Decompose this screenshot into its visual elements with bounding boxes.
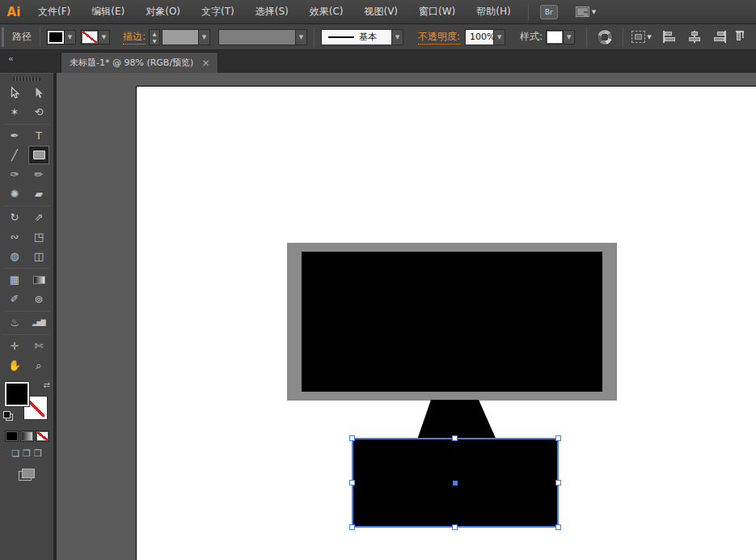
draw-inside-icon[interactable]: ❒ [34,448,42,459]
tool-group-divider [3,124,50,125]
rectangle-tool[interactable] [28,146,49,164]
stroke-width-stepper[interactable]: ▲ ▼ [149,29,160,45]
menu-select[interactable]: 选择(S) [245,0,299,23]
selection-handle-n[interactable] [452,435,458,441]
pencil-tool[interactable]: ✏ [28,165,49,184]
monitor-screen-shape[interactable] [302,252,602,392]
column-graph-tool[interactable]: ▂▅▇ [28,313,49,332]
hand-tool[interactable]: ✋ [4,356,25,375]
menu-file[interactable]: 文件(F) [27,0,81,23]
stroke-width-combo[interactable]: ▼ [162,29,210,45]
fill-indicator-black[interactable] [5,382,29,406]
chevron-down-icon[interactable]: ▼ [99,30,110,45]
selection-handle-se[interactable] [555,524,561,530]
menu-window[interactable]: 窗口(W) [408,0,466,23]
menu-object[interactable]: 对象(O) [135,0,191,23]
line-segment-tool[interactable]: ╱ [4,146,25,164]
rotate-tool[interactable]: ↻ [4,208,25,227]
blob-brush-icon: ✺ [11,188,19,200]
selection-handle-w[interactable] [349,480,355,486]
menu-type[interactable]: 文字(T) [191,0,245,23]
tool-panel-grip[interactable] [13,77,40,81]
content-area: « ✶ ⟲ ✒ T [0,50,756,560]
style-picker[interactable]: ▼ [546,30,575,45]
slice-tool[interactable]: ✄ [28,337,49,355]
stroke-panel-link[interactable]: 描边: [123,30,146,45]
paintbrush-tool[interactable]: ✑ [4,165,25,184]
selection-handle-e[interactable] [555,480,561,486]
opacity-panel-link[interactable]: 不透明度: [418,30,460,45]
mesh-tool[interactable]: ▦ [4,270,25,289]
menu-effect[interactable]: 效果(C) [299,0,354,23]
align-center-button[interactable] [687,31,702,43]
selection-tool[interactable] [4,83,25,102]
blend-tool[interactable]: ⊚ [28,290,49,308]
symbol-sprayer-tool[interactable]: ♨ [4,313,25,332]
chevron-down-icon[interactable]: ▼ [494,29,505,45]
width-profile-dropdown[interactable]: ▼ [218,29,307,45]
fill-swatch-icon [47,30,65,45]
selection-center-point[interactable] [453,481,458,486]
perspective-grid-tool[interactable]: ◫ [28,247,49,265]
chevron-down-icon[interactable]: ▼ [296,29,307,45]
none-button[interactable] [36,431,49,442]
transform-options-button[interactable]: ▼ [631,31,651,43]
stepper-up-icon[interactable]: ▲ [153,30,157,37]
screen-mode-button[interactable] [19,469,35,481]
gradient-tool[interactable] [28,270,49,289]
selection-handle-s[interactable] [452,524,458,530]
artboard-tool[interactable]: ✛ [4,337,25,355]
align-left-button[interactable] [663,31,678,43]
opacity-value[interactable]: 100% [465,29,494,45]
chevron-down-icon[interactable]: ▼ [564,30,575,45]
canvas-pasteboard[interactable] [54,73,756,560]
recolor-artwork-button[interactable] [597,29,613,45]
fill-color-picker[interactable]: ▼ [47,30,76,45]
shape-builder-tool[interactable]: ◍ [4,247,25,265]
close-tab-icon[interactable]: × [201,57,209,69]
pen-tool[interactable]: ✒ [4,126,25,145]
type-tool[interactable]: T [28,126,49,145]
eyedropper-tool[interactable]: ✐ [4,290,25,308]
draw-behind-icon[interactable]: ❐ [23,448,31,459]
free-transform-icon: ◳ [34,231,44,243]
menu-help[interactable]: 帮助(H) [466,0,521,23]
chevron-down-icon[interactable]: ▼ [65,30,76,45]
align-right-button[interactable] [712,31,726,43]
stepper-down-icon[interactable]: ▼ [153,37,157,45]
lasso-tool[interactable]: ⟲ [28,103,49,121]
magic-wand-tool[interactable]: ✶ [4,103,25,121]
opacity-combo[interactable]: 100% ▼ [465,29,505,45]
collapse-panel-icon[interactable]: « [8,53,14,64]
gradient-button[interactable] [20,431,34,442]
menu-view[interactable]: 视图(V) [353,0,408,23]
stroke-color-picker[interactable]: ▼ [81,30,110,45]
selection-handle-sw[interactable] [349,524,355,530]
color-button[interactable] [5,431,19,442]
menu-edit[interactable]: 编辑(E) [81,0,135,23]
eraser-tool[interactable]: ▰ [28,185,49,203]
blob-brush-tool[interactable]: ✺ [4,185,25,203]
free-transform-tool[interactable]: ◳ [28,227,49,246]
chevron-down-icon: ▼ [592,9,596,15]
default-fill-stroke-icon[interactable] [3,411,13,421]
align-top-button[interactable] [736,31,744,43]
chevron-down-icon[interactable]: ▼ [199,29,210,45]
zoom-tool[interactable]: ⌕ [28,356,49,375]
selection-handle-ne[interactable] [555,435,561,441]
draw-normal-icon[interactable]: ❏ [11,448,19,459]
control-bar-grip[interactable] [2,28,7,47]
stroke-width-value[interactable] [162,29,199,45]
width-tool[interactable]: ∾ [4,227,25,246]
selection-handle-nw[interactable] [349,435,355,441]
workspace-switcher[interactable]: ▼ [576,6,596,17]
document-tab[interactable]: 未标题-1* @ 98% (RGB/预览) × [61,52,218,73]
direct-selection-tool[interactable] [28,83,49,102]
brush-definition-dropdown[interactable]: 基本 ▼ [321,29,403,45]
column-graph-icon: ▂▅▇ [32,319,44,326]
selected-base-rectangle[interactable] [352,438,559,528]
scale-tool[interactable]: ⇗ [28,208,49,227]
swap-fill-stroke-icon[interactable]: ⇄ [44,380,50,389]
chevron-down-icon[interactable]: ▼ [392,29,403,45]
bridge-button[interactable]: Br [540,5,558,19]
